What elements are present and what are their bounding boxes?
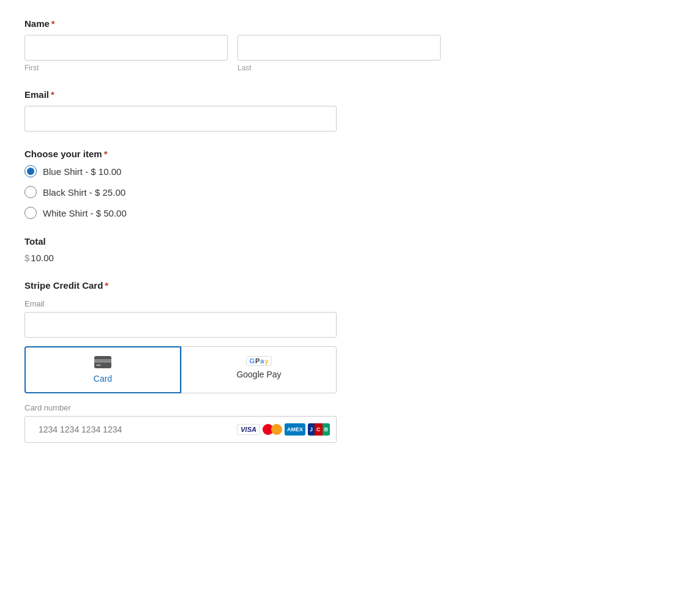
card-number-field: VISA AMEX JCB xyxy=(24,416,337,443)
radio-white[interactable] xyxy=(24,207,37,219)
name-required-star: * xyxy=(51,18,55,29)
dollar-sign: $ xyxy=(24,253,29,263)
radio-item-blue[interactable]: Blue Shirt - $ 10.00 xyxy=(24,165,441,177)
svg-rect-2 xyxy=(96,365,101,366)
item-required-star: * xyxy=(104,149,108,159)
radio-blue[interactable] xyxy=(24,165,37,177)
email-required-star: * xyxy=(51,89,54,100)
radio-item-black[interactable]: Black Shirt - $ 25.00 xyxy=(24,186,441,198)
visa-logo: VISA xyxy=(237,424,260,435)
email-field-group: Email* xyxy=(24,89,441,132)
jcb-logo: JCB xyxy=(308,423,330,436)
total-section: Total $10.00 xyxy=(24,236,441,263)
tab-google-pay[interactable]: GPay Google Pay xyxy=(181,346,337,393)
tab-card-label: Card xyxy=(94,374,112,384)
total-amount: 10.00 xyxy=(31,253,54,263)
name-label: Name* xyxy=(24,18,441,29)
card-icon xyxy=(94,356,111,370)
name-row: First Last xyxy=(24,35,441,72)
card-number-label: Card number xyxy=(24,403,441,412)
item-field-group: Choose your item* Blue Shirt - $ 10.00 B… xyxy=(24,149,441,219)
mastercard-logo xyxy=(263,423,282,436)
stripe-required-star: * xyxy=(105,280,108,291)
email-label: Email* xyxy=(24,89,441,100)
radio-black[interactable] xyxy=(24,186,37,198)
email-label-text: Email xyxy=(24,89,49,100)
radio-white-label: White Shirt - $ 50.00 xyxy=(43,208,127,218)
payment-form: Name* First Last Email* Choose your item… xyxy=(24,18,441,443)
payment-tabs: Card GPay Google Pay xyxy=(24,346,337,393)
email-input[interactable] xyxy=(24,106,337,132)
card-logos: VISA AMEX JCB xyxy=(237,423,330,436)
item-label: Choose your item* xyxy=(24,149,441,159)
stripe-section: Stripe Credit Card* Email Card GPa xyxy=(24,280,441,443)
first-sublabel: First xyxy=(24,64,228,72)
svg-rect-1 xyxy=(94,359,111,363)
stripe-label: Stripe Credit Card* xyxy=(24,280,441,291)
radio-group: Blue Shirt - $ 10.00 Black Shirt - $ 25.… xyxy=(24,165,441,219)
card-number-input[interactable] xyxy=(31,417,237,442)
radio-item-white[interactable]: White Shirt - $ 50.00 xyxy=(24,207,441,219)
last-name-col: Last xyxy=(237,35,441,72)
radio-blue-label: Blue Shirt - $ 10.00 xyxy=(43,166,121,177)
first-name-input[interactable] xyxy=(24,35,228,61)
stripe-label-text: Stripe Credit Card xyxy=(24,280,103,291)
name-field-group: Name* First Last xyxy=(24,18,441,72)
tab-google-pay-label: Google Pay xyxy=(236,369,281,379)
name-label-text: Name xyxy=(24,18,50,29)
last-sublabel: Last xyxy=(237,64,441,72)
stripe-email-input[interactable] xyxy=(24,312,337,338)
last-name-input[interactable] xyxy=(237,35,441,61)
stripe-email-label: Email xyxy=(24,299,441,308)
total-value: $10.00 xyxy=(24,253,441,263)
radio-black-label: Black Shirt - $ 25.00 xyxy=(43,187,125,198)
gpay-icon: GPay xyxy=(246,355,271,366)
amex-logo: AMEX xyxy=(285,423,305,436)
total-label: Total xyxy=(24,236,441,247)
first-name-col: First xyxy=(24,35,228,72)
item-label-text: Choose your item xyxy=(24,149,102,159)
tab-card[interactable]: Card xyxy=(24,346,181,393)
